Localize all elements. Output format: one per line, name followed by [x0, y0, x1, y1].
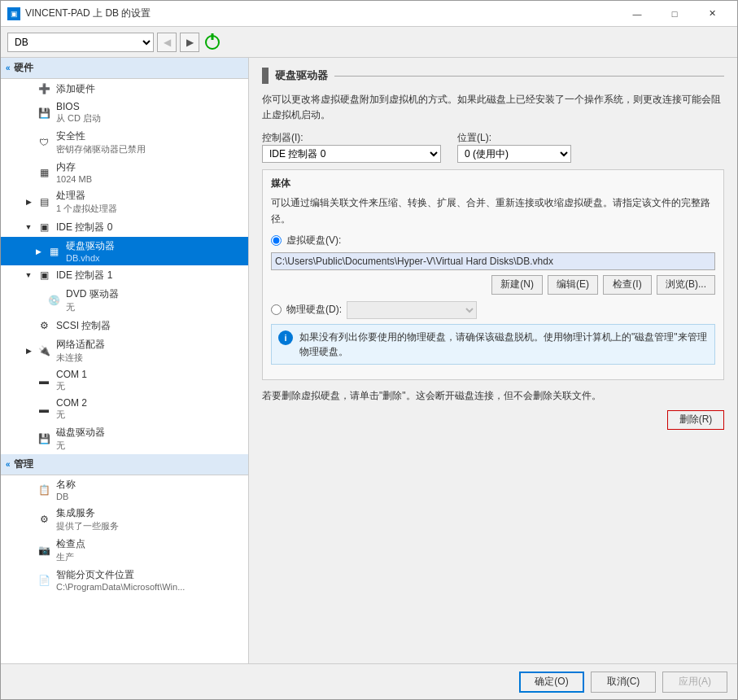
- minimize-button[interactable]: —: [618, 1, 656, 27]
- hardware-section-header[interactable]: « 硬件: [1, 58, 248, 79]
- sidebar-item-scsi[interactable]: ⚙ SCSI 控制器: [1, 316, 248, 335]
- sidebar-item-security[interactable]: 🛡 安全性 密钥存储驱动器已禁用: [1, 127, 248, 158]
- expand-cpu: ▶: [24, 197, 33, 207]
- ide1-label: IDE 控制器 1: [56, 269, 243, 282]
- cpu-label: 处理器: [56, 190, 85, 201]
- bottom-bar: 确定(O) 取消(C) 应用(A): [1, 663, 737, 699]
- integration-label: 集成服务: [56, 507, 95, 518]
- info-icon: i: [278, 330, 293, 345]
- com2-sub: 无: [56, 409, 243, 421]
- edit-button[interactable]: 编辑(E): [548, 275, 598, 295]
- expand-security: [24, 138, 33, 147]
- ide0-label: IDE 控制器 0: [56, 221, 243, 234]
- sidebar-item-ide1[interactable]: ▼ ▣ IDE 控制器 1: [1, 265, 248, 285]
- security-icon: 🛡: [37, 135, 51, 150]
- physical-disk-select[interactable]: [347, 301, 477, 319]
- virtual-disk-radio[interactable]: [271, 235, 282, 246]
- maximize-button[interactable]: □: [656, 1, 693, 27]
- checkpoint-label: 检查点: [56, 538, 85, 549]
- check-button[interactable]: 检查(I): [603, 275, 652, 295]
- physical-disk-radio[interactable]: [271, 304, 282, 315]
- cpu-text: 处理器 1 个虚拟处理器: [56, 189, 243, 215]
- expand-nic: ▶: [24, 346, 33, 356]
- smartpaging-sub: C:\ProgramData\Microsoft\Win...: [56, 582, 243, 592]
- main-window: ▣ VINCENT-PAD 上 DB 的设置 — □ ✕ DB ◀ ▶ « 硬件: [0, 0, 738, 700]
- expand-memory: [24, 168, 33, 177]
- name-label: 名称: [56, 479, 76, 490]
- controller-select[interactable]: IDE 控制器 0: [262, 145, 441, 163]
- sidebar-item-diskdrive[interactable]: 💾 磁盘驱动器 无: [1, 423, 248, 454]
- title-bar: ▣ VINCENT-PAD 上 DB 的设置 — □ ✕: [1, 1, 737, 27]
- cancel-button[interactable]: 取消(C): [591, 672, 656, 693]
- security-sub: 密钥存储驱动器已禁用: [56, 143, 243, 155]
- physical-disk-row: 物理硬盘(D):: [271, 301, 715, 319]
- sidebar-item-name[interactable]: 📋 名称 DB: [1, 475, 248, 504]
- virtual-disk-row: 虚拟硬盘(V):: [271, 234, 715, 247]
- apply-button[interactable]: 应用(A): [662, 672, 727, 693]
- integration-text: 集成服务 提供了一些服务: [56, 506, 243, 532]
- vm-dropdown[interactable]: DB: [7, 33, 154, 52]
- main-content: « 硬件 ➕ 添加硬件 💾 BIOS 从 CD 启动: [1, 58, 737, 663]
- memory-label: 内存: [56, 161, 76, 173]
- sidebar-item-smartpaging[interactable]: 📄 智能分页文件位置 C:\ProgramData\Microsoft\Win.…: [1, 566, 248, 594]
- delete-description: 若要删除虚拟硬盘，请单击"删除"。这会断开磁盘连接，但不会删除关联文件。: [262, 388, 724, 404]
- controller-label: 控制器(I):: [262, 131, 441, 145]
- sidebar-item-integration[interactable]: ⚙ 集成服务 提供了一些服务: [1, 504, 248, 535]
- window-icon: ▣: [7, 7, 20, 20]
- sidebar-item-com2[interactable]: ▬ COM 2 无: [1, 395, 248, 423]
- memory-icon: ▦: [37, 165, 51, 180]
- window-title: VINCENT-PAD 上 DB 的设置: [25, 7, 618, 20]
- bios-text: BIOS 从 CD 启动: [56, 101, 243, 125]
- sidebar-item-ide0[interactable]: ▼ ▣ IDE 控制器 0: [1, 217, 248, 237]
- ok-button[interactable]: 确定(O): [519, 672, 584, 693]
- bios-icon: 💾: [37, 106, 51, 120]
- diskdrive-icon: 💾: [37, 431, 51, 446]
- media-section: 媒体 可以通过编辑关联文件来压缩、转换、扩展、合并、重新连接或收缩虚拟硬盘。请指…: [262, 169, 724, 379]
- sidebar-item-nic[interactable]: ▶ 🔌 网络适配器 未连接: [1, 335, 248, 366]
- hdd-icon: ▦: [46, 244, 61, 259]
- sidebar-item-com1[interactable]: ▬ COM 1 无: [1, 366, 248, 395]
- browse-button[interactable]: 浏览(B)...: [657, 275, 715, 295]
- sidebar-item-dvd[interactable]: 💿 DVD 驱动器 无: [1, 285, 248, 316]
- sidebar-item-hdd[interactable]: ▶ ▦ 硬盘驱动器 DB.vhdx: [1, 237, 248, 265]
- sidebar-item-checkpoint[interactable]: 📷 检查点 生产: [1, 535, 248, 566]
- dvd-icon: 💿: [46, 293, 61, 308]
- delete-button[interactable]: 删除(R): [667, 410, 724, 430]
- panel-description: 你可以更改将虚拟硬盘附加到虚拟机的方式。如果此磁盘上已经安装了一个操作系统，则更…: [262, 92, 724, 123]
- memory-text: 内存 1024 MB: [56, 160, 243, 184]
- nic-icon: 🔌: [37, 343, 51, 358]
- physical-disk-label[interactable]: 物理硬盘(D):: [286, 303, 342, 317]
- name-icon: 📋: [37, 483, 51, 497]
- bios-sub: 从 CD 启动: [56, 112, 243, 125]
- back-button[interactable]: ◀: [157, 33, 177, 52]
- sidebar-item-add-hardware[interactable]: ➕ 添加硬件: [1, 79, 248, 98]
- expand-ide0: ▼: [24, 222, 33, 232]
- add-hardware-label: 添加硬件: [56, 82, 243, 96]
- virtual-disk-label[interactable]: 虚拟硬盘(V):: [286, 234, 341, 247]
- virtual-disk-path-input[interactable]: [271, 252, 715, 270]
- hdd-label: 硬盘驱动器: [66, 240, 115, 252]
- hdd-text: 硬盘驱动器 DB.vhdx: [66, 239, 243, 263]
- expand-diskdrive: [24, 434, 33, 444]
- nic-label: 网络适配器: [56, 339, 105, 350]
- smartpaging-text: 智能分页文件位置 C:\ProgramData\Microsoft\Win...: [56, 568, 243, 592]
- panel-icon-bar: [262, 68, 269, 84]
- dvd-label: DVD 驱动器: [66, 288, 119, 300]
- position-select[interactable]: 0 (使用中): [457, 145, 571, 163]
- security-text: 安全性 密钥存储驱动器已禁用: [56, 129, 243, 155]
- sidebar-item-cpu[interactable]: ▶ ▤ 处理器 1 个虚拟处理器: [1, 186, 248, 217]
- power-button[interactable]: [203, 33, 222, 52]
- management-label: 管理: [14, 457, 33, 471]
- nic-sub: 未连接: [56, 352, 243, 364]
- name-text: 名称 DB: [56, 478, 243, 501]
- media-title: 媒体: [271, 177, 715, 190]
- close-button[interactable]: ✕: [693, 1, 731, 27]
- expand-ide1: ▼: [24, 270, 33, 280]
- sidebar-item-memory[interactable]: ▦ 内存 1024 MB: [1, 158, 248, 186]
- panel-title-row: 硬盘驱动器: [262, 68, 724, 84]
- sidebar-item-bios[interactable]: 💾 BIOS 从 CD 启动: [1, 98, 248, 127]
- new-button[interactable]: 新建(N): [491, 275, 543, 295]
- management-section-header[interactable]: « 管理: [1, 454, 248, 475]
- forward-button[interactable]: ▶: [180, 33, 199, 52]
- sidebar-scroll: « 硬件 ➕ 添加硬件 💾 BIOS 从 CD 启动: [1, 58, 248, 663]
